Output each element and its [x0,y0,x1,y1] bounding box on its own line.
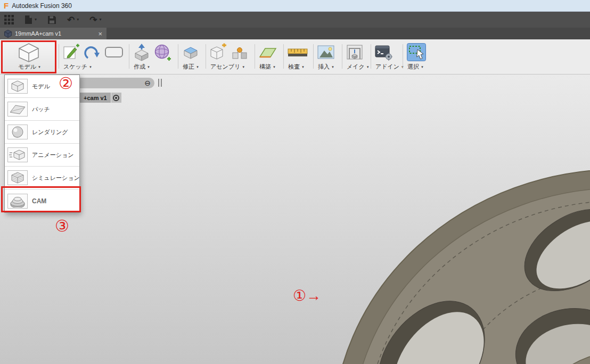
model-3d[interactable] [0,75,590,364]
ribbon-group-construct[interactable]: 構築▼ [258,42,277,71]
extrude-icon [133,43,150,61]
select-cursor-icon [407,43,426,61]
menu-item-label: パッチ [32,105,50,113]
measure-ruler-icon [288,45,308,59]
menu-item-label: モデル [32,82,50,90]
ribbon-separator [342,44,342,69]
tab-close-button[interactable]: × [98,30,102,37]
app-title: Autodesk Fusion 360 [12,2,72,10]
ribbon-separator [371,44,371,69]
chevron-down-icon: ▼ [89,65,92,69]
chevron-down-icon: ▾ [35,18,37,22]
ribbon-group-label: アドイン [375,63,399,71]
render-thumb-icon [7,125,28,139]
chevron-down-icon: ▾ [100,18,102,22]
menu-item-label: アニメーション [32,151,74,159]
ribbon-group-addins[interactable]: アドイン▼ [374,42,404,71]
rectangle-tool-icon [104,45,124,59]
browser-collapse-icon[interactable]: ⊖ [144,79,151,87]
chevron-down-icon: ▼ [301,65,305,69]
sketch-icon [63,44,80,61]
ribbon-group-label: スケッチ [63,63,87,71]
workspace-menu-item-simulation[interactable]: シミュレーション [5,167,79,189]
ribbon-separator [206,44,206,69]
chevron-down-icon: ▼ [196,65,199,69]
menu-item-label: シミュレーション [32,174,80,182]
browser-header: ⊖ [80,78,154,88]
file-menu-button[interactable]: ▾ [24,13,37,27]
save-icon [47,15,56,24]
model-thumb-icon [7,79,28,94]
ribbon-group-create[interactable]: 作成▼ [132,42,171,71]
fusion-logo-icon: F [4,2,9,10]
ribbon-group-label: 作成 [134,63,145,71]
form-sphere-icon [154,43,171,61]
workspace-menu-item-patch[interactable]: パッチ [5,98,79,121]
animation-thumb-icon [7,147,28,162]
ribbon-group-label: 修正 [183,63,194,71]
save-button[interactable] [47,13,56,27]
browser-document-node: +cam v1 [80,93,121,103]
workspace-menu-item-cam[interactable]: CAM [5,189,79,212]
ribbon-separator [178,44,178,69]
ribbon-toolbar: モデル▼ スケッチ▼ 作成▼ 修正▼ [0,39,590,75]
chevron-down-icon: ▼ [273,65,276,69]
fusion-window: F Autodesk Fusion 360 ▾ ↶ ▾ ↷ ▾ 19mmAA+c… [0,0,590,364]
undo-button[interactable]: ↶ ▾ [67,13,79,27]
document-tab-label: 19mmAA+cam v1 [15,30,95,37]
chevron-down-icon: ▼ [421,65,424,69]
workspace-menu-item-model[interactable]: モデル [5,75,79,98]
chevron-down-icon: ▼ [331,65,334,69]
browser-document-label[interactable]: +cam v1 [80,93,111,103]
document-visibility-icon [113,95,119,101]
ribbon-separator [283,44,284,69]
ribbon-group-label: メイク [347,63,365,71]
ribbon-separator [129,44,129,69]
ribbon-group-label: 検査 [288,63,300,71]
document-visibility-button[interactable] [111,93,121,103]
press-pull-icon [182,44,199,61]
model-viewport[interactable]: ⊖ +cam v1 [0,75,590,364]
ribbon-group-modify[interactable]: 修正▼ [181,42,199,71]
chevron-down-icon: ▾ [77,18,79,22]
chevron-down-icon: ▼ [366,65,370,69]
chevron-down-icon: ▼ [242,65,245,69]
menu-item-label: CAM [32,197,46,205]
simulation-thumb-icon [7,170,28,185]
menu-item-label: レンダリング [32,128,68,136]
ribbon-group-assemble[interactable]: アセンブリ▼ [209,42,248,71]
make-3d-print-icon [346,44,363,60]
ribbon-group-insert[interactable]: 挿入▼ [316,42,334,71]
ribbon-separator [403,44,403,69]
quick-access-toolbar: ▾ ↶ ▾ ↷ ▾ [0,12,590,28]
construct-plane-icon [259,44,277,60]
chevron-down-icon: ▼ [38,65,41,69]
grid-icon [4,15,14,24]
joint-icon [231,44,248,61]
ribbon-separator [255,44,255,69]
cam-thumb-icon [7,194,28,209]
document-tab[interactable]: 19mmAA+cam v1 × [0,28,106,39]
ribbon-group-label: 選択 [407,63,419,71]
workspace-selector-button[interactable]: モデル▼ [2,40,55,73]
redo-button[interactable]: ↷ ▾ [89,13,101,27]
document-cube-icon [4,30,12,38]
chevron-down-icon: ▼ [147,65,150,69]
ribbon-group-inspect[interactable]: 検査▼ [286,42,308,71]
redo-icon: ↷ [89,15,97,24]
workspace-menu-item-rendering[interactable]: レンダリング [5,121,79,144]
ribbon-group-sketch[interactable]: スケッチ▼ [62,42,124,71]
browser-resize-grip[interactable] [158,79,162,87]
ribbon-group-select[interactable]: 選択▼ [406,42,426,71]
addins-script-icon [375,44,392,61]
app-launcher-button[interactable] [4,13,14,27]
new-component-icon [210,43,227,61]
workspace-menu-item-animation[interactable]: アニメーション [5,144,79,167]
ribbon-group-label: 構築 [259,63,271,71]
title-bar: F Autodesk Fusion 360 [0,0,590,12]
insert-image-icon [317,44,334,60]
ribbon-separator [59,44,59,69]
ribbon-group-label: 挿入 [318,63,330,71]
document-tab-bar: 19mmAA+cam v1 × [0,28,590,39]
ribbon-group-make[interactable]: メイク▼ [345,42,370,71]
